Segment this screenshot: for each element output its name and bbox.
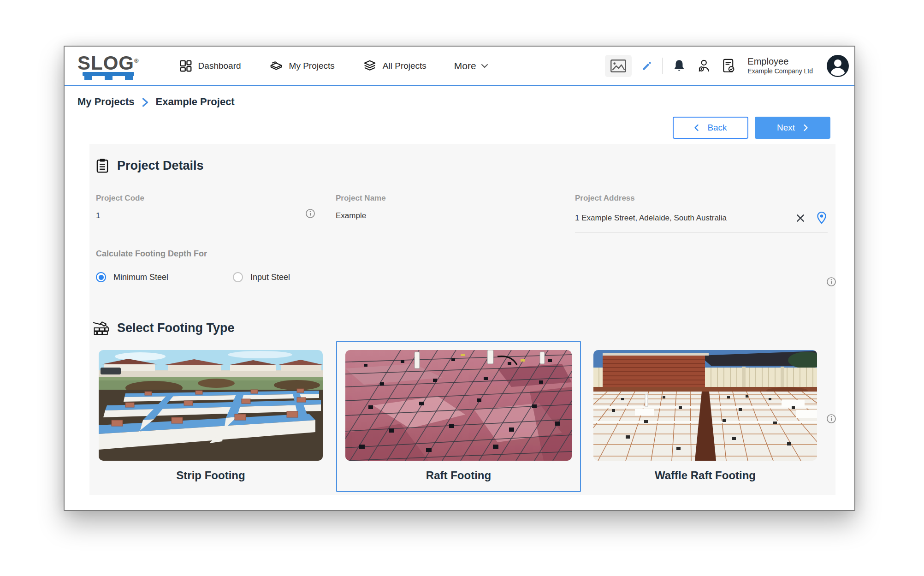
footing-depth-label: Calculate Footing Depth For <box>96 249 207 259</box>
notifications-bell-icon[interactable] <box>672 59 687 73</box>
raft-footing-image <box>345 350 572 461</box>
nav-item-label: My Projects <box>289 61 335 71</box>
user-company: Example Company Ltd <box>747 67 813 76</box>
nav-item-more[interactable]: More <box>454 60 488 71</box>
app-window: SLOG® Dashboard <box>64 46 855 511</box>
nav-item-label: More <box>454 60 476 71</box>
project-address-field: Project Address 1 Example Street, Adelai… <box>575 194 828 233</box>
logo-text: SLOG® <box>77 52 139 72</box>
project-code-label: Project Code <box>96 194 304 203</box>
project-code-value: 1 <box>96 211 304 220</box>
next-button[interactable]: Next <box>755 117 830 139</box>
nav-item-all-projects[interactable]: All Projects <box>362 59 426 73</box>
my-projects-icon <box>269 59 284 73</box>
next-button-label: Next <box>777 123 795 133</box>
all-projects-icon <box>362 59 377 73</box>
radio-minimum-steel[interactable]: Minimum Steel <box>96 272 168 282</box>
project-details-header: Project Details <box>95 158 204 173</box>
nav-item-label: Dashboard <box>198 61 241 71</box>
back-button[interactable]: Back <box>673 117 748 139</box>
user-name: Employee <box>747 56 813 67</box>
breadcrumb-current: Example Project <box>156 96 235 108</box>
project-address-value: 1 Example Street, Adelaide, South Austra… <box>575 214 795 223</box>
project-address-input[interactable]: 1 Example Street, Adelaide, South Austra… <box>575 211 828 233</box>
footing-card-raft-selected[interactable]: Raft Footing <box>336 341 581 492</box>
avatar[interactable] <box>827 55 849 77</box>
dashboard-icon <box>179 59 193 73</box>
wizard-actions: Back Next <box>673 117 830 139</box>
breadcrumb-parent[interactable]: My Projects <box>77 96 135 108</box>
chevron-right-icon <box>803 124 808 131</box>
account-icon[interactable] <box>696 58 711 74</box>
nav-item-dashboard[interactable]: Dashboard <box>179 59 241 73</box>
footing-card-waffle[interactable]: Waffle Raft Footing <box>593 350 817 482</box>
project-code-input[interactable]: 1 <box>96 211 304 228</box>
footing-card-strip[interactable]: Strip Footing <box>99 350 323 482</box>
nav-menu: Dashboard My Projects All Projects <box>179 59 488 73</box>
breadcrumb-chevron-icon <box>142 98 148 107</box>
radio-input-steel[interactable]: Input Steel <box>233 272 290 282</box>
navbar: SLOG® Dashboard <box>65 47 854 86</box>
footing-type-title: Select Footing Type <box>117 321 235 335</box>
project-code-field: Project Code 1 <box>96 194 304 228</box>
project-name-label: Project Name <box>336 194 544 203</box>
chevron-down-icon <box>481 64 488 68</box>
breadcrumb: My Projects Example Project <box>77 96 235 108</box>
raft-footing-caption: Raft Footing <box>345 469 572 482</box>
slog-logo[interactable]: SLOG® <box>77 52 139 80</box>
project-details-title: Project Details <box>117 159 204 173</box>
radio-label: Minimum Steel <box>113 273 168 282</box>
radio-unselected-icon <box>233 272 243 282</box>
waffle-raft-footing-image <box>593 350 817 461</box>
nav-item-my-projects[interactable]: My Projects <box>269 59 335 73</box>
nav-divider <box>662 58 663 74</box>
chevron-left-icon <box>694 124 699 131</box>
project-name-input[interactable]: Example <box>336 211 544 228</box>
edit-pencil-icon[interactable] <box>641 60 653 72</box>
waffle-raft-footing-caption: Waffle Raft Footing <box>593 469 817 482</box>
image-icon <box>610 59 627 73</box>
radio-selected-icon <box>96 272 106 282</box>
user-info[interactable]: Employee Example Company Ltd <box>747 56 813 76</box>
image-preview-button[interactable] <box>605 55 632 77</box>
project-code-info-icon[interactable] <box>305 208 315 219</box>
project-address-label: Project Address <box>575 194 828 203</box>
footing-depth-options: Minimum Steel Input Steel <box>96 272 290 282</box>
project-name-field: Project Name Example <box>336 194 544 228</box>
registered-mark: ® <box>134 57 139 64</box>
clear-address-icon[interactable] <box>795 213 806 223</box>
project-name-value: Example <box>336 211 544 220</box>
footing-depth-info-icon[interactable] <box>826 277 836 287</box>
strip-footing-image <box>99 350 323 461</box>
brick-trowel-icon <box>93 320 110 336</box>
avatar-person-icon <box>827 55 849 77</box>
strip-footing-caption: Strip Footing <box>99 469 323 482</box>
radio-label: Input Steel <box>250 273 290 282</box>
logo-footing-icon <box>81 72 136 80</box>
footing-type-header: Select Footing Type <box>93 320 235 336</box>
form-panel: Project Details Project Code 1 Project N… <box>89 144 835 495</box>
document-check-icon[interactable] <box>721 58 736 74</box>
clipboard-icon <box>95 158 110 173</box>
location-pin-icon[interactable] <box>816 211 828 225</box>
footing-type-info-icon[interactable] <box>826 414 836 424</box>
nav-item-label: All Projects <box>383 61 426 71</box>
navbar-actions: Employee Example Company Ltd <box>605 55 849 77</box>
back-button-label: Back <box>707 123 727 133</box>
